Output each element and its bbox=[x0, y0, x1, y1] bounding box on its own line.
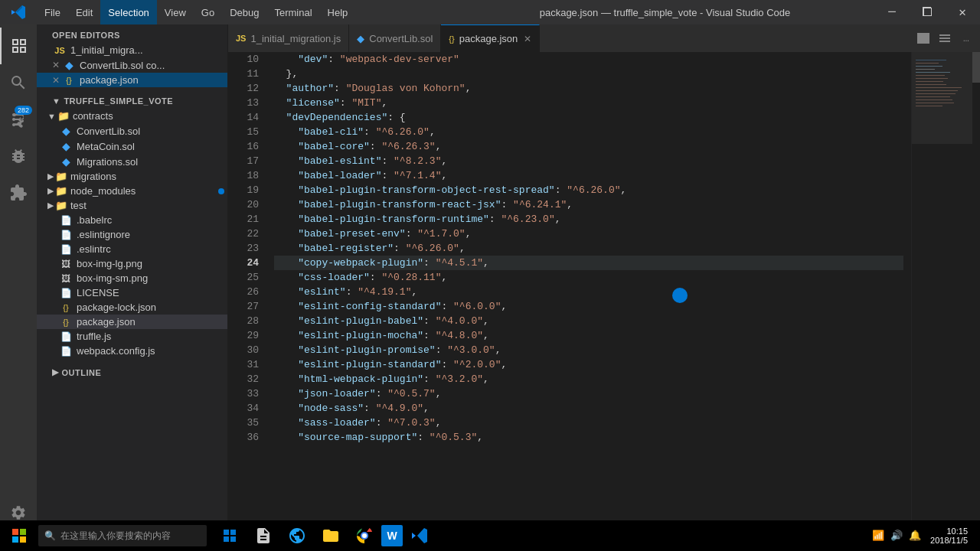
code-line: "babel-plugin-transform-react-jsx": "^6.… bbox=[274, 197, 903, 212]
menu-view[interactable]: View bbox=[157, 0, 194, 24]
more-actions-button[interactable]: … bbox=[956, 24, 977, 52]
volume-icon[interactable]: 🔊 bbox=[890, 530, 903, 542]
sidebar-open-editor-convertlib[interactable]: ✕ ◆ ConvertLib.sol co... bbox=[37, 57, 227, 73]
minimize-button[interactable]: ─ bbox=[874, 0, 910, 24]
close-button[interactable]: ✕ bbox=[945, 0, 980, 24]
tree-item-label: LICENSE bbox=[77, 287, 227, 298]
taskbar-apps: W bbox=[213, 520, 436, 551]
sidebar-item-eslintignore[interactable]: 📄 .eslintignore bbox=[37, 227, 227, 242]
activity-explorer-icon[interactable] bbox=[0, 28, 37, 64]
close-icon-active: ✕ bbox=[52, 75, 60, 86]
code-line: "eslint-plugin-standard": "^2.0.0", bbox=[274, 357, 903, 372]
svg-rect-21 bbox=[20, 536, 26, 543]
activity-search-icon[interactable] bbox=[0, 64, 37, 101]
tree-item-label: box-img-sm.png bbox=[77, 272, 227, 284]
sidebar-item-contracts[interactable]: ▼ 📁 contracts bbox=[37, 109, 227, 123]
source-control-badge: 282 bbox=[15, 106, 32, 115]
title-bar: File Edit Selection View Go Debug Termin… bbox=[0, 0, 980, 24]
open-editors-title: OPEN EDITORS bbox=[37, 24, 227, 43]
sidebar-item-test[interactable]: ▶ 📁 test bbox=[37, 198, 227, 213]
tree-item-label: test bbox=[70, 200, 227, 211]
tab-1_initial_migration[interactable]: JS 1_initial_migration.js bbox=[228, 24, 349, 52]
folder-arrow-icon: ▼ bbox=[47, 112, 56, 121]
taskbar-app-folder[interactable] bbox=[314, 520, 348, 551]
network-icon[interactable]: 📶 bbox=[872, 530, 884, 542]
open-editor-label: 1_initial_migra... bbox=[70, 44, 227, 56]
activity-extensions-icon[interactable] bbox=[0, 174, 37, 211]
code-line: "babel-eslint": "^8.2.3", bbox=[274, 154, 903, 168]
sidebar-item-webpack-config-js[interactable]: 📄 webpack.config.js bbox=[37, 344, 227, 358]
code-line: "devDependencies": { bbox=[274, 110, 903, 125]
sidebar-item-box-img-sm[interactable]: 🖼 box-img-sm.png bbox=[37, 271, 227, 285]
taskbar-app-word[interactable]: W bbox=[381, 525, 403, 546]
folder-icon: 📁 bbox=[55, 185, 67, 197]
tree-item-label: package-lock.json bbox=[77, 302, 227, 313]
sidebar-item-license[interactable]: 📄 LICENSE bbox=[37, 285, 227, 300]
sol-icon: ◆ bbox=[58, 140, 74, 152]
code-line: "copy-webpack-plugin": "^4.5.1", bbox=[274, 256, 903, 270]
sidebar-item-migrations[interactable]: ▶ 📁 migrations bbox=[37, 169, 227, 184]
menu-go[interactable]: Go bbox=[194, 0, 222, 24]
split-editor-button[interactable] bbox=[913, 24, 934, 52]
taskbar-app-notepad[interactable] bbox=[247, 520, 280, 551]
svg-rect-18 bbox=[12, 529, 18, 535]
tab-convertlib-sol[interactable]: ◆ ConvertLib.sol bbox=[349, 24, 441, 52]
sidebar-item-metacoin-sol[interactable]: ◆ MetaCoin.sol bbox=[37, 139, 227, 154]
json-file-icon-active: {} bbox=[58, 318, 74, 327]
tab-close-button[interactable]: ✕ bbox=[524, 34, 531, 44]
maximize-button[interactable]: ⧠ bbox=[910, 0, 945, 24]
scrollbar-thumb[interactable] bbox=[972, 52, 980, 83]
folder-icon: 📁 bbox=[55, 200, 67, 211]
sidebar-item-eslintrc[interactable]: 📄 .eslintrc bbox=[37, 242, 227, 256]
sidebar-item-package-lock-json[interactable]: {} package-lock.json bbox=[37, 300, 227, 315]
open-editor-label: package.json bbox=[80, 74, 227, 86]
start-button[interactable] bbox=[0, 520, 38, 551]
menu-debug[interactable]: Debug bbox=[222, 0, 266, 24]
activity-source-control-icon[interactable]: 282 bbox=[0, 101, 37, 138]
vscode-logo-icon bbox=[0, 5, 37, 20]
sidebar-item-babelrc[interactable]: 📄 .babelrc bbox=[37, 213, 227, 227]
code-line: "babel-plugin-transform-object-rest-spre… bbox=[274, 183, 903, 197]
code-line: "eslint-plugin-babel": "^4.0.0", bbox=[274, 314, 903, 328]
editor-area: JS 1_initial_migration.js ◆ ConvertLib.s… bbox=[228, 24, 980, 534]
menu-help[interactable]: Help bbox=[320, 0, 356, 24]
scrollbar[interactable] bbox=[972, 52, 980, 534]
open-editor-label: ConvertLib.sol co... bbox=[80, 60, 227, 71]
menu-terminal[interactable]: Terminal bbox=[266, 0, 319, 24]
sidebar-open-editor-1_initial_migration[interactable]: JS 1_initial_migra... bbox=[37, 43, 227, 57]
code-container[interactable]: 10 11 12 13 14 15 16 17 18 19 20 21 22 2… bbox=[228, 52, 980, 534]
sidebar-item-node-modules[interactable]: ▶ 📁 node_modules bbox=[37, 184, 227, 198]
menu-edit[interactable]: Edit bbox=[68, 0, 100, 24]
editor-layout-button[interactable] bbox=[934, 24, 956, 52]
sidebar-item-box-img-lg[interactable]: 🖼 box-img-lg.png bbox=[37, 256, 227, 271]
taskbar-app-chrome[interactable] bbox=[348, 520, 381, 551]
code-editor[interactable]: "dev": "webpack-dev-server" }, "author":… bbox=[266, 52, 911, 534]
sidebar-item-package-json[interactable]: {} package.json bbox=[37, 315, 227, 329]
tree-item-label: .babelrc bbox=[77, 214, 227, 226]
taskbar-app-explorer[interactable] bbox=[213, 520, 247, 551]
tab-package-json[interactable]: {} package.json ✕ bbox=[441, 24, 540, 52]
sidebar-open-editor-package-json[interactable]: ✕ {} package.json bbox=[37, 73, 227, 87]
sidebar-item-truffle-js[interactable]: 📄 truffle.js bbox=[37, 329, 227, 344]
activity-debug-icon[interactable] bbox=[0, 138, 37, 174]
search-icon: 🔍 bbox=[44, 530, 56, 541]
menu-file[interactable]: File bbox=[37, 0, 68, 24]
menu-bar: File Edit Selection View Go Debug Termin… bbox=[37, 0, 456, 24]
minimap[interactable] bbox=[911, 52, 972, 534]
sidebar-item-migrations-sol[interactable]: ◆ Migrations.sol bbox=[37, 154, 227, 169]
taskbar-clock[interactable]: 10:15 2018/11/5 bbox=[930, 527, 974, 545]
notification-icon[interactable]: 🔔 bbox=[909, 530, 921, 542]
code-line: "babel-core": "^6.26.3", bbox=[274, 139, 903, 154]
menu-selection[interactable]: Selection bbox=[100, 0, 156, 24]
tab-label: ConvertLib.sol bbox=[369, 33, 433, 44]
taskbar-app-browser[interactable] bbox=[280, 520, 314, 551]
img-file-icon: 🖼 bbox=[58, 273, 74, 284]
taskbar-app-vscode[interactable] bbox=[403, 520, 436, 551]
taskbar-search-box[interactable]: 🔍 在这里输入你要搜索的内容 bbox=[38, 525, 207, 546]
sidebar-item-convertlib-sol[interactable]: ◆ ConvertLib.sol bbox=[37, 123, 227, 139]
tree-item-label: truffle.js bbox=[77, 331, 227, 342]
folder-arrow-icon: ▶ bbox=[47, 201, 54, 210]
minimap-canvas bbox=[912, 52, 972, 534]
taskbar-system-tray: 📶 🔊 🔔 bbox=[863, 520, 930, 551]
file-icon: 📄 bbox=[58, 331, 74, 342]
